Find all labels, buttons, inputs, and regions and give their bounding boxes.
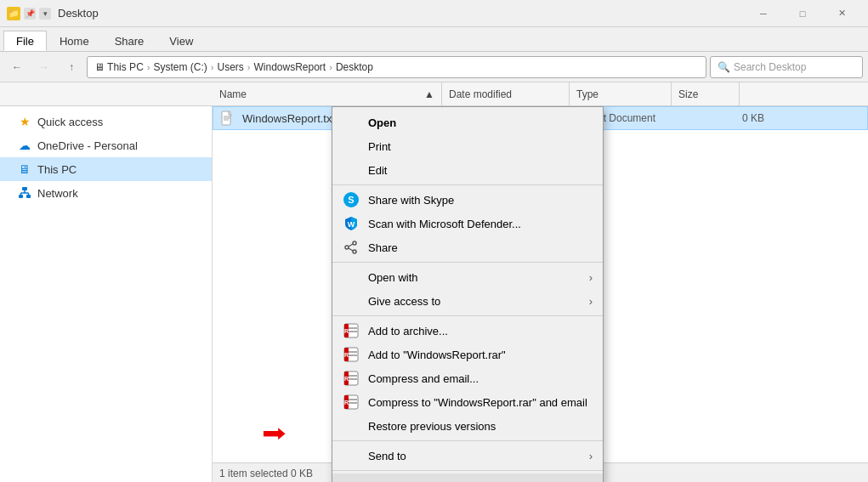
breadcrumb-windowsreport[interactable]: WindowsReport [254,61,326,73]
address-bar[interactable]: 🖥 This PC › System (C:) › Users › Window… [87,56,706,78]
sidebar-item-onedrive[interactable]: ☁ OneDrive - Personal [0,133,212,157]
tab-home[interactable]: Home [47,31,102,51]
svg-text:R: R [344,328,349,334]
sidebar: ★ Quick access ☁ OneDrive - Personal 🖥 T… [0,106,213,482]
forward-button[interactable]: → [32,56,56,78]
close-button[interactable]: ✕ [822,0,861,27]
maximize-button[interactable]: □ [783,0,822,27]
col-header-type[interactable]: Type [570,82,672,105]
rar-icon-2: R [343,346,360,363]
defender-icon: W [343,215,360,232]
share-icon [343,239,360,256]
svg-text:W: W [348,220,355,229]
tab-share[interactable]: Share [102,31,157,51]
breadcrumb-users[interactable]: Users [217,61,243,73]
svg-rect-25 [349,351,357,353]
sep4: › [329,62,332,72]
content-area[interactable]: WindowsReport.txt 10/11/2021 1:25 PM Tex… [213,106,868,482]
ctx-edit[interactable]: Edit [332,158,603,182]
ctx-giveaccess[interactable]: Give access to › [332,289,603,313]
ctx-print[interactable]: Print [332,134,603,158]
svg-text:R: R [344,376,349,382]
ctx-defender[interactable]: W Scan with Microsoft Defender... [332,212,603,235]
svg-rect-31 [349,378,357,380]
svg-rect-21 [349,331,357,332]
ctx-skype[interactable]: S Share with Skype [332,188,603,212]
rar-icon-3: R [343,370,360,387]
separator-1 [332,184,603,185]
svg-line-15 [349,244,353,247]
arrow-sendto: › [589,450,593,462]
separator-3 [332,315,603,316]
svg-rect-35 [349,399,357,400]
ctx-compressemail[interactable]: R Compress and email... [332,366,603,390]
sidebar-item-thispc[interactable]: 🖥 This PC [0,157,212,181]
main-layout: ★ Quick access ☁ OneDrive - Personal 🖥 T… [0,106,868,482]
ctx-openwith[interactable]: Open with › [332,265,603,289]
svg-rect-2 [26,195,31,198]
svg-rect-26 [349,354,357,356]
ctx-open[interactable]: Open [332,111,603,134]
ribbon-tabs: File Home Share View [0,27,868,51]
back-button[interactable]: ← [5,56,29,78]
col-header-name[interactable]: Name ▲ [213,82,442,105]
cloud-icon: ☁ [17,138,32,153]
sidebar-item-network[interactable]: Network [0,181,212,205]
skype-icon: S [343,191,360,208]
separator-2 [332,262,603,263]
column-headers: Name ▲ Date modified Type Size [0,82,868,106]
breadcrumb: 🖥 This PC › System (C:) › Users › Window… [94,61,373,73]
arrow-openwith: › [589,271,593,284]
breadcrumb-pc[interactable]: 🖥 This PC [94,61,144,73]
svg-text:R: R [344,400,349,405]
toolbar: ← → ↑ 🖥 This PC › System (C:) › Users › … [0,52,868,82]
ctx-openwith-icon [343,269,360,286]
col-header-size[interactable]: Size [672,82,740,105]
sidebar-item-quickaccess[interactable]: ★ Quick access [0,110,212,133]
folder-icon: 📁 [7,7,20,20]
svg-point-13 [345,246,349,249]
tab-view[interactable]: View [156,31,206,51]
pc-icon: 🖥 [17,162,32,177]
ctx-giveaccess-icon [343,292,360,309]
rar-icon-1: R [343,322,360,339]
separator-5 [332,470,603,471]
col-header-date[interactable]: Date modified [442,82,570,105]
search-icon: 🔍 [718,61,730,73]
svg-rect-20 [349,327,357,329]
ctx-open-icon [343,114,360,131]
search-bar[interactable]: 🔍 Search Desktop [710,56,863,78]
breadcrumb-c[interactable]: System (C:) [153,61,207,73]
ctx-print-icon [343,138,360,155]
network-icon [17,185,32,201]
status-text: 1 item selected 0 KB [219,468,313,479]
down-icon[interactable]: ▾ [39,8,51,20]
minimize-button[interactable]: ─ [744,0,783,27]
tab-file[interactable]: File [3,31,47,51]
svg-rect-30 [349,375,357,377]
ctx-restore[interactable]: Restore previous versions [332,414,603,438]
search-placeholder: Search Desktop [734,61,806,73]
svg-text:R: R [344,352,349,358]
svg-rect-36 [349,402,357,404]
sep3: › [247,62,251,72]
svg-line-16 [349,248,353,251]
ctx-addarchive[interactable]: R Add to archive... [332,319,603,343]
title-bar: 📁 📌 ▾ Desktop ─ □ ✕ [0,0,868,27]
breadcrumb-desktop[interactable]: Desktop [336,61,373,73]
ctx-sendto-icon [343,447,360,464]
sep1: › [147,62,150,72]
ctx-addwindowsrar[interactable]: R Add to "WindowsReport.rar" [332,343,603,366]
file-size: 0 KB [696,112,764,124]
ctx-cut[interactable]: Cut [332,473,603,482]
sort-arrow: ▲ [424,88,434,100]
ctx-share[interactable]: Share [332,235,603,259]
ctx-restore-icon [343,417,360,434]
file-icon [220,111,235,126]
window-controls: ─ □ ✕ [744,0,861,27]
rar-icon-4: R [343,394,360,411]
up-button[interactable]: ↑ [60,56,83,78]
ctx-sendto[interactable]: Send to › [332,444,603,468]
ctx-compressraremail[interactable]: R Compress to "WindowsReport.rar" and em… [332,390,603,414]
pin-icon[interactable]: 📌 [24,8,36,20]
